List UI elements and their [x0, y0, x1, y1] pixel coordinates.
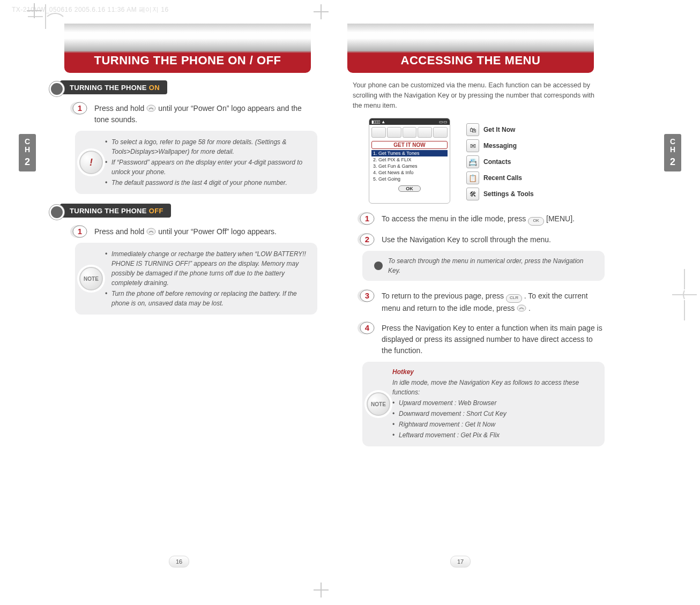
phone-screen-item: 2. Get PIX & FLIX: [371, 156, 448, 163]
step-text: To return to the previous page, press: [382, 292, 506, 300]
step-badge-icon: 1: [70, 224, 88, 239]
app-icon: 🛠: [466, 188, 479, 200]
step-text: Press and hold: [94, 104, 146, 113]
page-title: TURNING THE PHONE ON / OFF: [64, 54, 311, 68]
menu-label: Messaging: [483, 142, 517, 150]
bullet-icon: [374, 262, 383, 270]
step-badge-icon: 4: [357, 320, 375, 335]
app-icon: 📋: [466, 171, 479, 184]
hotkey-heading: Hotkey: [392, 367, 597, 377]
chapter-letter-h: H: [664, 145, 681, 154]
phone-softkey: OK: [398, 185, 421, 192]
page-banner-left: TURNING THE PHONE ON / OFF: [64, 24, 311, 73]
step-badge-icon: 1: [70, 101, 88, 116]
ok-key-icon: OK: [528, 217, 544, 226]
svg-text:4: 4: [365, 323, 370, 332]
step-1-on: 1 Press and hold until your “Power On” l…: [75, 103, 317, 125]
step-4: 4 Press the Navigation Key to enter a fu…: [362, 323, 605, 356]
exclaim-badge-icon: !: [79, 151, 103, 174]
document-spread: TX-210VW_050616 2005.6.16 11:36 AM 페이지 1…: [0, 0, 700, 605]
step-text: [MENU].: [546, 214, 575, 223]
section-accent: ON: [149, 84, 160, 92]
hotkey-item: Downward movement : Short Cut Key: [392, 409, 597, 419]
phone-screenshot: ▮▯▯▯ ▲▭▭ GET IT NOW 1. Get Tunes & Tones…: [369, 118, 450, 204]
step-text: Press the Navigation Key to enter a func…: [382, 324, 602, 355]
note-item: If “Password” appears on the display ent…: [105, 158, 310, 177]
phone-icon-row: [369, 125, 450, 140]
phone-status-bar: ▮▯▯▯ ▲▭▭: [369, 118, 450, 125]
step-3: 3 To return to the previous page, press …: [362, 290, 605, 314]
menu-label: Get It Now: [483, 126, 515, 133]
app-icon: 🛍: [466, 123, 479, 136]
menu-label: Contacts: [483, 158, 511, 166]
page-title: ACCESSING THE MENU: [347, 54, 594, 68]
clr-key-icon: CLR: [506, 294, 522, 303]
step-1: 1 To access the menu in the idle mode, p…: [362, 213, 605, 226]
menu-item: ✉Messaging: [466, 139, 534, 152]
menu-item: 🛠Settings & Tools: [466, 188, 534, 200]
hotkey-list: Upward movement : Web Browser Downward m…: [392, 398, 597, 440]
step-text: until your “Power Off” logo appears.: [158, 227, 277, 236]
chapter-number: 2: [664, 156, 681, 168]
phone-screen-title: GET IT NOW: [371, 141, 448, 149]
menu-label: Recent Calls: [483, 174, 522, 182]
hotkey-box: NOTE Hotkey In idle mode, move the Navig…: [362, 362, 605, 446]
end-key-icon: [146, 228, 156, 235]
svg-text:1: 1: [78, 103, 82, 113]
step-badge-icon: 2: [357, 232, 375, 247]
phone-screen-list: 1. Get Tunes & Tones 2. Get PIX & FLIX 3…: [371, 150, 448, 182]
section-heading-off: TURNING THE PHONE OFF: [60, 204, 171, 218]
note-box: NOTE Immediately change or recharge the …: [75, 243, 317, 315]
step-text: To access the menu in the idle mode, pre…: [382, 214, 528, 223]
crop-side-arc-icon: [671, 268, 698, 322]
chapter-letter-c: C: [664, 134, 681, 146]
hotkey-item: Upward movement : Web Browser: [392, 398, 597, 408]
section-label: TURNING THE PHONE: [70, 207, 147, 215]
section-accent: OFF: [149, 207, 163, 215]
page-right: Your phone can be customized via the men…: [347, 80, 605, 456]
page-number-left: 16: [169, 556, 189, 567]
step-text: .: [528, 304, 531, 312]
step-1-off: 1 Press and hold until your “Power Off” …: [75, 226, 317, 237]
note-badge-icon: NOTE: [79, 267, 103, 290]
note-list: To select a logo, refer to page 58 for m…: [105, 137, 310, 188]
note-item: To select a logo, refer to page 58 for m…: [105, 137, 310, 156]
note-item: The default password is the last 4 digit…: [105, 178, 310, 188]
svg-text:1: 1: [365, 214, 369, 223]
hotkey-item: Leftward movement : Get Pix & Flix: [392, 430, 597, 440]
hotkey-item: Rightward movement : Get It Now: [392, 420, 597, 429]
end-key-icon: [517, 304, 526, 312]
chapter-tab-left: C H 2: [19, 134, 36, 171]
svg-text:1: 1: [78, 227, 82, 236]
menu-item: 📇Contacts: [466, 155, 534, 168]
step-badge-icon: 1: [357, 211, 375, 226]
chapter-letter-h: H: [19, 145, 36, 154]
tip-box: To search through the menu in numerical …: [362, 251, 605, 281]
phone-screen-item: 1. Get Tunes & Tones: [371, 150, 448, 156]
phone-screen-item: 3. Get Fun & Games: [371, 163, 448, 169]
menu-item: 📋Recent Calls: [466, 171, 534, 184]
phone-screen-item: 5. Get Going: [371, 176, 448, 182]
chapter-number: 2: [19, 156, 36, 168]
page-number-right: 17: [450, 556, 471, 567]
app-icon: 📇: [466, 155, 479, 168]
crop-mark-icon: [314, 582, 329, 597]
crop-mark-icon: [314, 4, 329, 19]
step-2: 2 Use the Navigation Key to scroll throu…: [362, 234, 605, 245]
svg-text:2: 2: [365, 235, 369, 244]
note-badge-icon: NOTE: [367, 392, 390, 416]
chapter-letter-c: C: [19, 134, 36, 146]
main-menu-list: 🛍Get It Now ✉Messaging 📇Contacts 📋Recent…: [466, 120, 534, 204]
step-badge-icon: 3: [357, 288, 375, 303]
phone-screen-item: 4. Get News & Info: [371, 169, 448, 176]
section-heading-on: TURNING THE PHONE ON: [60, 80, 167, 94]
note-item: Turn the phone off before removing or re…: [105, 289, 310, 308]
alert-box: ! To select a logo, refer to page 58 for…: [75, 131, 317, 194]
section-label: TURNING THE PHONE: [70, 84, 147, 92]
step-text: Press and hold: [94, 227, 146, 236]
intro-text: Your phone can be customized via the men…: [353, 80, 605, 110]
app-icon: ✉: [466, 139, 479, 152]
phone-figure: ▮▯▯▯ ▲▭▭ GET IT NOW 1. Get Tunes & Tones…: [369, 118, 605, 204]
chapter-tab-right: C H 2: [664, 134, 681, 171]
tip-text: To search through the menu in numerical …: [388, 257, 583, 274]
